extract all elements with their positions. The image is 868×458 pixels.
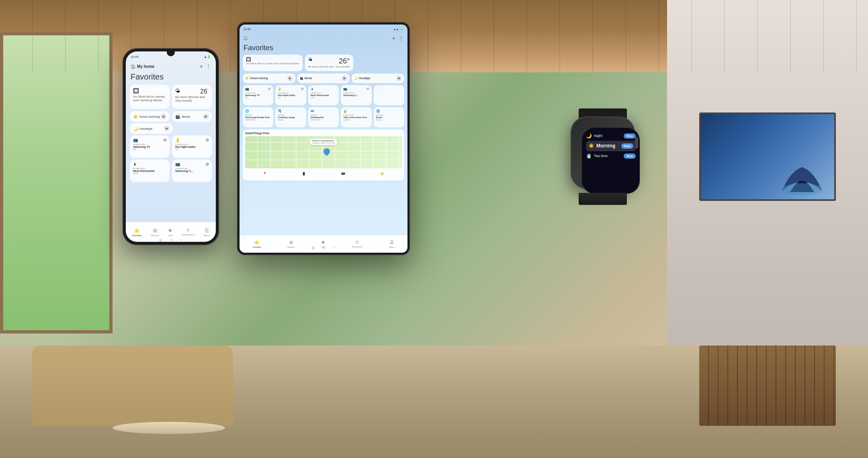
tablet-nav-menu-label: Menu: [389, 246, 395, 248]
cabinet-lines: [699, 346, 836, 426]
tablet-device-tv[interactable]: 📺 ⏻ Living room Samsung TV On: [243, 85, 273, 105]
phone-nav-menu-label: Menu: [204, 234, 210, 237]
tablet-content: 🔲 1hr 30min left on Laundry room Samsung…: [240, 55, 407, 235]
tablet-map-icon-compass[interactable]: 🧭: [378, 170, 386, 178]
tablet-device-lock[interactable]: 🔒 Living room Yale smart door lock Locke…: [341, 107, 371, 127]
tablet-hue-status: On: [278, 96, 303, 99]
phone-favorites-title: Favorites: [130, 72, 212, 82]
watch-crown[interactable]: [635, 137, 638, 149]
watch-night-scene[interactable]: 🌙 Night Run: [586, 131, 636, 141]
tablet-map-icon-location[interactable]: 📍: [261, 170, 269, 178]
phone-temp: 26°: [200, 88, 209, 95]
tablet-more-button[interactable]: ⋮: [399, 35, 403, 41]
tablet-dishwasher-status: Connected: [311, 119, 336, 121]
phone-device-hue[interactable]: 💡 ⏻ Living room Hue light bulbs On: [172, 135, 212, 158]
tablet-devices-row-2: 🌐 Kitchen Samsung Family Hub Connected 🍳…: [243, 107, 404, 127]
tablet-scene-morning[interactable]: ☀️ Good morning ▶: [243, 74, 295, 83]
phone-hue-power-icon[interactable]: ⏻: [205, 138, 209, 142]
phone-scene-movie-play[interactable]: ▶: [203, 114, 209, 119]
watch-morning-scene[interactable]: ☀️ Morning Run: [586, 141, 636, 151]
watch-morning-run-button[interactable]: Run: [621, 143, 633, 149]
tablet-weather-text: My home Ultra fine dust : Very Good(5): [308, 65, 350, 69]
tablet-scene-movie[interactable]: 🎬 Movie ▶: [297, 74, 350, 83]
tablet-range-status: Ready: [278, 119, 303, 121]
tablet-device-dryer[interactable]: 🌀 Laundry Dryer Drying: [374, 107, 404, 127]
phone-menu-button[interactable]: ⋮: [206, 63, 211, 69]
phone-gesture-bar: ||| ○ ‹: [160, 237, 182, 243]
tablet-scenes: ☀️ Good morning ▶ 🎬 Movie ▶ 🌙 Goodbye: [243, 74, 404, 83]
watch-content: 🌙 Night Run ☀️ Morning Run 🍵: [582, 128, 640, 164]
tablet-device-samsung-c[interactable]: 📺 ⏻ Living room Samsung C...: [341, 85, 371, 105]
tablet-nav-favorites-label: Favorites: [253, 246, 261, 248]
tablet-washer-card[interactable]: 🔲 1hr 30min left on Laundry room Samsung…: [243, 55, 303, 71]
phone-nav-automations[interactable]: ⏱ Automations: [181, 228, 194, 236]
tablet-scene-goodbye-label: Goodbye: [359, 77, 370, 80]
tablet-tv-status: On: [245, 96, 271, 99]
window-frame: [0, 32, 113, 333]
phone-nav-devices[interactable]: ⊞ Devices: [151, 228, 159, 237]
tablet-temp: 26°: [339, 57, 350, 65]
phone-scene-morning-play[interactable]: ▶: [161, 114, 166, 119]
tablet-smartthings-find[interactable]: SmartThings Find Sammy's GalaxyNote20 Up…: [243, 129, 404, 180]
phone-samsung-c-name: Samsung C...: [175, 170, 209, 172]
phone-thermostat-status: 24°C: [133, 172, 166, 175]
tablet-scene-movie-play[interactable]: ▶: [342, 76, 347, 81]
tablet-hue-power[interactable]: ⏻: [301, 87, 304, 91]
phone-hue-status: On: [175, 148, 209, 151]
phone-scene-goodbye-play[interactable]: ▶: [164, 126, 170, 131]
phone-add-button[interactable]: +: [200, 63, 203, 70]
tablet-samsung-c-power[interactable]: ⏻: [366, 87, 369, 91]
watch-teatime-scene[interactable]: 🍵 Tea time Run: [586, 151, 636, 161]
phone-scene-goodbye-label: Goodbye: [139, 127, 152, 131]
tablet-device-dishwasher[interactable]: 🍽 Kitchen Dishwasher Connected: [308, 107, 339, 127]
tablet-hub-name: Samsung Family Hub: [245, 116, 271, 119]
phone-washer-card[interactable]: 🔲 1hr 30min left on Laundry room Samsung…: [130, 85, 170, 109]
tablet-hub-status: Connected: [245, 119, 271, 121]
phone-samsung-c-power-icon[interactable]: ⏻: [205, 162, 209, 166]
tablet-lock-status: Locked: [343, 119, 369, 121]
phone-washer-text: 1hr 30min left on Laundry room Samsung W…: [133, 95, 166, 102]
wall-tv: [699, 112, 836, 201]
tablet-map-icon-device[interactable]: 📟: [339, 170, 347, 178]
phone-nav-life[interactable]: ❖ Life: [168, 228, 172, 237]
tablet-nav-automations[interactable]: ⏱ Automations: [352, 240, 363, 248]
tablet-tv-power[interactable]: ⏻: [268, 87, 271, 91]
watch-night-run-button[interactable]: Run: [624, 133, 636, 139]
phone-scene-morning-label: Good morning: [139, 115, 160, 119]
svg-point-0: [782, 183, 822, 195]
tablet-weather-card[interactable]: 🌤 26° My home Ultra fine dust : Very Goo…: [305, 55, 353, 71]
phone-scene-movie[interactable]: 🎬 Movie ▶: [172, 111, 212, 122]
phone-device-tv[interactable]: 📺 ⏻ Living room Samsung TV On: [130, 135, 170, 158]
phone-nav-automations-label: Automations: [181, 233, 194, 236]
phone-screen: 10:45 ▲🔋 🏠 My home + ⋮ Favorites 🔲 1hr 3…: [126, 51, 216, 242]
tablet-home-icon: 🏠: [244, 36, 248, 40]
watch-teatime-run-button[interactable]: Run: [624, 153, 636, 159]
phone-home-title: My home: [137, 64, 200, 69]
tablet-nav-menu[interactable]: ☰ Menu: [389, 240, 395, 248]
phone-nav-menu[interactable]: ☰ Menu: [204, 228, 210, 237]
tablet-device-family-hub[interactable]: 🌐 Kitchen Samsung Family Hub Connected: [243, 107, 273, 127]
phone-nav-favorites[interactable]: ⭐ Favorites: [132, 228, 142, 237]
phone-scene-morning[interactable]: ☀️ Good morning ▶: [130, 111, 170, 122]
tablet-scene-morning-play[interactable]: ▶: [287, 76, 293, 81]
phone-weather-card[interactable]: 🌤 26° My home Ultra fine dust : Very Goo…: [172, 85, 212, 109]
tablet-device-hue[interactable]: 💡 ⏻ Living room Hue light bulbs On: [275, 85, 306, 105]
tablet-scene-goodbye-play[interactable]: ▶: [396, 76, 402, 81]
phone-tv-status: On: [133, 148, 166, 151]
tablet-map-device-label: Sammy's GalaxyNote20 Updated: 06/04 12:0…: [310, 139, 337, 145]
phone-device-samsung-c[interactable]: 📺 ⏻ Living room Samsung C...: [172, 159, 212, 182]
tablet-add-button[interactable]: +: [392, 35, 395, 41]
watch-strap-bottom: [579, 193, 627, 205]
tablet-status-icons: ▲▲ 🔋: [393, 28, 403, 31]
phone-tv-power-icon[interactable]: ⏻: [163, 138, 166, 142]
tablet-device-thermostat[interactable]: 🌡 Living room Nest thermostat 24°C: [308, 85, 339, 105]
tablet-nav-favorites[interactable]: ⭐ Favorites: [253, 240, 261, 248]
tablet-map-icon-phone[interactable]: 📱: [300, 170, 308, 178]
tablet-device-empty: ---: [374, 85, 404, 105]
phone-scene-goodbye[interactable]: 🌙 Goodbye ▶: [130, 123, 173, 134]
tablet-scene-goodbye[interactable]: 🌙 Goodbye ▶: [352, 74, 404, 83]
phone-device-thermostat[interactable]: 🌡 Living room Nest thermostat 24°C: [130, 159, 170, 182]
tablet-device-range[interactable]: 🍳 Kitchen Cooking range Ready: [275, 107, 306, 127]
tablet-nav-devices[interactable]: ⊞ Devices: [287, 240, 295, 248]
tablet-lock-name: Yale smart door lock: [343, 116, 369, 119]
